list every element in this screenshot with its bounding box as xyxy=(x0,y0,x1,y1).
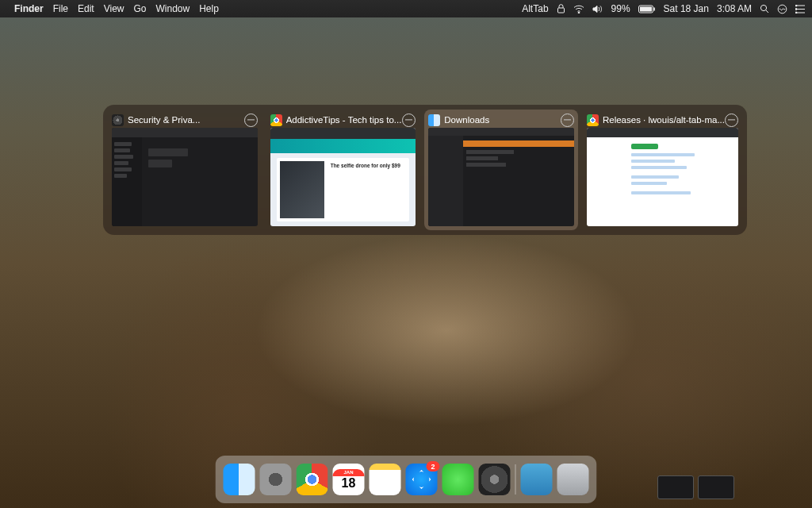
tile-thumbnail: The selfie drone for only $99 xyxy=(270,128,416,226)
svg-rect-0 xyxy=(557,8,564,13)
dock-messages[interactable] xyxy=(442,464,474,495)
tile-thumbnail xyxy=(428,128,574,226)
close-icon[interactable] xyxy=(402,114,416,127)
svg-rect-4 xyxy=(653,7,655,10)
alttab-menu[interactable]: AltTab xyxy=(522,3,548,14)
svg-point-1 xyxy=(578,12,580,13)
switcher-tile-releases[interactable]: Releases · lwouis/alt-tab-ma... xyxy=(583,110,742,230)
notification-center-icon[interactable] xyxy=(795,5,806,13)
svg-point-9 xyxy=(795,12,797,13)
switcher-tile-addictivetips[interactable]: AddictiveTips - Tech tips to... The self… xyxy=(266,110,420,230)
tile-title: Releases · lwouis/alt-tab-ma... xyxy=(603,115,725,125)
dock-launchpad[interactable] xyxy=(260,464,292,495)
close-icon[interactable] xyxy=(561,114,574,127)
menu-file[interactable]: File xyxy=(53,3,68,14)
battery-percent: 99% xyxy=(611,3,630,14)
dock-system-preferences[interactable] xyxy=(479,464,511,495)
dock-appstore[interactable]: 2 xyxy=(406,464,438,495)
finder-icon xyxy=(428,114,440,126)
menubar-date[interactable]: Sat 18 Jan xyxy=(664,3,709,14)
menu-help[interactable]: Help xyxy=(199,3,219,14)
close-icon[interactable] xyxy=(725,114,738,127)
dock-notes[interactable] xyxy=(370,464,401,495)
sysprefs-icon xyxy=(112,114,124,126)
menu-view[interactable]: View xyxy=(104,3,124,14)
siri-icon[interactable] xyxy=(777,4,787,14)
menu-edit[interactable]: Edit xyxy=(78,3,94,14)
svg-point-5 xyxy=(760,5,766,10)
dock-finder[interactable] xyxy=(224,464,255,495)
tile-header: Releases · lwouis/alt-tab-ma... xyxy=(587,112,738,128)
minimized-window[interactable] xyxy=(698,475,734,499)
close-icon[interactable] xyxy=(244,114,258,127)
calendar-month: JAN xyxy=(333,469,365,476)
tile-title: AddictiveTips - Tech tips to... xyxy=(286,115,403,125)
tile-title: Security & Priva... xyxy=(128,115,244,125)
menu-go[interactable]: Go xyxy=(134,3,147,14)
calendar-day: 18 xyxy=(342,476,356,491)
svg-point-8 xyxy=(795,8,797,10)
spotlight-icon[interactable] xyxy=(760,4,769,13)
menubar-time[interactable]: 3:08 AM xyxy=(717,3,752,14)
dock-trash[interactable] xyxy=(557,464,589,495)
dock-calendar[interactable]: JAN 18 xyxy=(333,464,365,495)
chrome-icon xyxy=(587,114,599,126)
thumbnail-headline: The selfie drone for only $99 xyxy=(327,158,410,221)
menubar: Finder File Edit View Go Window Help Alt… xyxy=(0,0,812,17)
svg-rect-3 xyxy=(640,6,652,11)
menubar-app[interactable]: Finder xyxy=(14,3,44,14)
switcher-tile-security[interactable]: Security & Priva... xyxy=(108,110,262,230)
svg-point-7 xyxy=(795,5,797,6)
minimized-window[interactable] xyxy=(657,475,694,499)
battery-icon[interactable] xyxy=(638,5,656,13)
tile-header: Security & Priva... xyxy=(112,112,258,128)
dock: JAN 18 2 xyxy=(216,456,597,503)
tile-thumbnail xyxy=(112,128,258,226)
tile-header: AddictiveTips - Tech tips to... xyxy=(270,112,416,128)
minimized-windows xyxy=(657,475,734,499)
menu-window[interactable]: Window xyxy=(156,3,190,14)
dock-chrome[interactable] xyxy=(297,464,328,495)
volume-icon[interactable] xyxy=(592,5,603,13)
wifi-icon[interactable] xyxy=(573,5,584,13)
tile-thumbnail xyxy=(587,128,738,226)
dock-separator xyxy=(515,464,516,495)
alt-tab-switcher: Security & Priva... AddictiveTips - Tech… xyxy=(103,105,747,235)
tile-title: Downloads xyxy=(444,115,561,125)
dock-downloads-folder[interactable] xyxy=(521,464,553,495)
badge: 2 xyxy=(427,461,440,471)
switcher-tile-downloads[interactable]: Downloads xyxy=(424,110,578,230)
chrome-icon xyxy=(270,114,282,126)
lock-icon[interactable] xyxy=(557,4,565,13)
tile-header: Downloads xyxy=(428,112,574,128)
